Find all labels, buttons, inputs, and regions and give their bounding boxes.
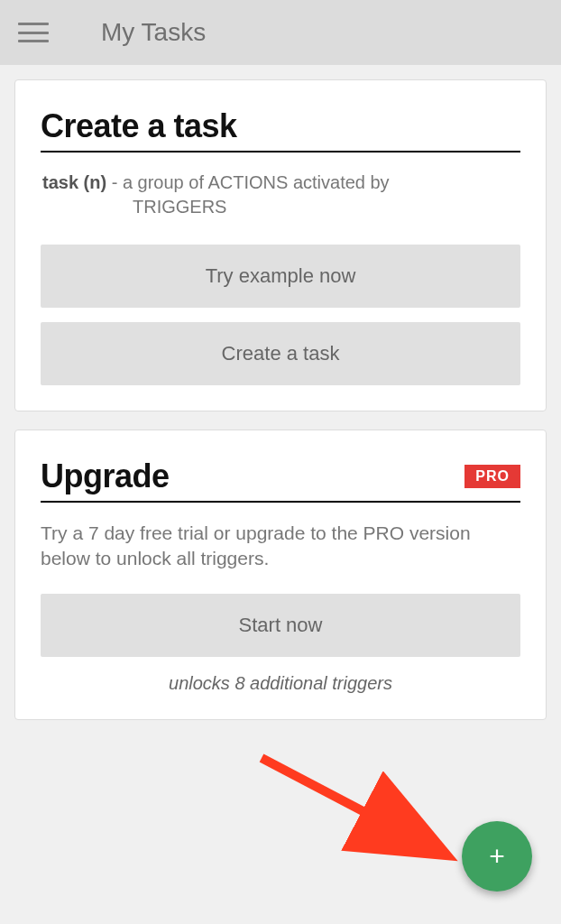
pro-badge: PRO <box>464 465 520 488</box>
upgrade-title-row: Upgrade PRO <box>41 457 520 503</box>
upgrade-title: Upgrade <box>41 457 170 495</box>
definition-text-line1: a group of ACTIONS activated by <box>123 172 390 192</box>
try-example-button[interactable]: Try example now <box>41 245 520 308</box>
content-area: Create a task task (n) - a group of ACTI… <box>0 65 561 753</box>
start-now-button[interactable]: Start now <box>41 594 520 657</box>
upgrade-card: Upgrade PRO Try a 7 day free trial or up… <box>14 430 547 720</box>
plus-icon: + <box>489 843 505 870</box>
definition-text-line2: TRIGGERS <box>42 195 520 219</box>
add-task-fab[interactable]: + <box>462 821 532 892</box>
upgrade-description: Try a 7 day free trial or upgrade to the… <box>41 521 520 572</box>
definition-separator: - <box>106 172 123 192</box>
create-task-card: Create a task task (n) - a group of ACTI… <box>14 79 547 411</box>
create-task-title: Create a task <box>41 107 237 145</box>
app-bar: My Tasks <box>0 0 561 65</box>
definition-term: task (n) <box>42 172 106 192</box>
annotation-arrow <box>253 749 487 893</box>
create-task-button[interactable]: Create a task <box>41 322 520 385</box>
unlocks-note: unlocks 8 additional triggers <box>41 673 520 694</box>
page-title: My Tasks <box>101 18 206 47</box>
menu-icon[interactable] <box>18 23 49 42</box>
create-task-title-row: Create a task <box>41 107 520 152</box>
svg-line-1 <box>262 758 442 853</box>
task-definition: task (n) - a group of ACTIONS activated … <box>41 171 520 219</box>
